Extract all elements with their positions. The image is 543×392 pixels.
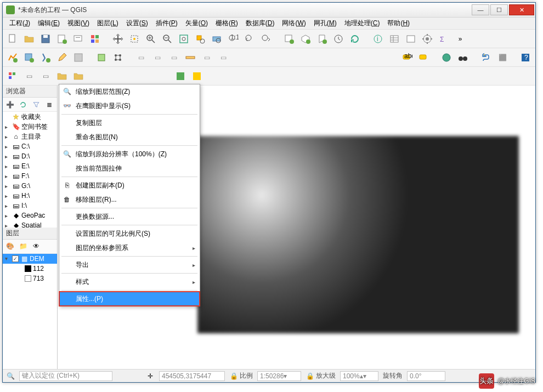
- style-manager-icon[interactable]: [88, 32, 101, 46]
- browser-item-favorites[interactable]: 收藏夹: [3, 112, 57, 122]
- statistics-icon[interactable]: Σ: [437, 32, 450, 46]
- temporal-controller-icon[interactable]: [332, 32, 345, 46]
- layers-tree[interactable]: ▾✓▦DEM 112 713: [3, 254, 57, 370]
- tb-icon-yellow[interactable]: [190, 70, 203, 83]
- select-features-icon[interactable]: ▭: [134, 51, 148, 64]
- measure-area-icon[interactable]: ▭: [200, 51, 213, 64]
- new-3d-view-icon[interactable]: [299, 32, 312, 46]
- locator-input[interactable]: 键入以定位 (Ctrl+K): [19, 371, 112, 381]
- ctx-duplicate-layer[interactable]: ⎘创建图层副本(D): [59, 178, 200, 192]
- menu-plugins[interactable]: 插件(P): [152, 18, 181, 29]
- pan-icon[interactable]: [111, 32, 125, 46]
- scale-input[interactable]: 1:50286 ▾: [257, 371, 301, 381]
- layout-manager-icon[interactable]: [72, 32, 85, 46]
- vertex-tool-icon[interactable]: [111, 51, 125, 64]
- ctx-copy-layer[interactable]: 复制图层: [59, 116, 200, 130]
- open-project-icon[interactable]: [22, 32, 36, 46]
- browser-item-drive-e[interactable]: ▸🖴E:\: [3, 161, 57, 171]
- menu-settings[interactable]: 设置(S): [123, 18, 151, 29]
- new-print-layout-icon[interactable]: [55, 32, 69, 46]
- menu-help[interactable]: 帮助(H): [384, 18, 413, 29]
- browser-item-drive-h[interactable]: ▸🖴H:\: [3, 191, 57, 201]
- measure-angle-icon[interactable]: ▭: [217, 51, 230, 64]
- help-icon[interactable]: ?: [519, 51, 532, 64]
- menu-processing[interactable]: 地理处理(C): [341, 18, 383, 29]
- new-shapefile-icon[interactable]: [39, 51, 52, 64]
- new-map-view-icon[interactable]: [282, 32, 296, 46]
- magnifier-input[interactable]: 100% ▴▾: [340, 371, 378, 381]
- zoom-last-icon[interactable]: [243, 32, 256, 46]
- toolbox-icon[interactable]: [421, 32, 434, 46]
- menu-project[interactable]: 工程(J): [6, 18, 33, 29]
- add-vector-icon[interactable]: [6, 51, 19, 64]
- manage-visibility-icon[interactable]: 👁: [31, 241, 41, 251]
- browser-item-geopackage[interactable]: ▸◆GeoPac: [3, 211, 57, 220]
- open-attribute-table-icon[interactable]: [388, 32, 401, 46]
- collapse-all-icon[interactable]: ≣: [44, 100, 54, 110]
- refresh-icon[interactable]: [348, 32, 361, 46]
- tb-icon-3[interactable]: ▭: [39, 70, 52, 83]
- zoom-layer-icon[interactable]: [210, 32, 223, 46]
- zoom-full-icon[interactable]: [177, 32, 190, 46]
- zoom-out-icon[interactable]: [161, 32, 174, 46]
- tb-icon-5[interactable]: [72, 70, 85, 83]
- ctx-rename-layer[interactable]: 重命名图层(N): [59, 130, 200, 144]
- menu-layer[interactable]: 图层(L): [94, 18, 122, 29]
- python-console-icon[interactable]: [479, 51, 493, 64]
- metasearch-icon[interactable]: [440, 51, 453, 64]
- browser-item-home[interactable]: ▸⌂主目录: [3, 132, 57, 141]
- browser-item-drive-c[interactable]: ▸🖴C:\: [3, 141, 57, 151]
- menu-vector[interactable]: 矢量(O): [182, 18, 211, 29]
- field-calculator-icon[interactable]: [404, 32, 417, 46]
- menu-raster[interactable]: 栅格(R): [212, 18, 241, 29]
- binoculars-icon[interactable]: [456, 51, 470, 64]
- tb-icon-4[interactable]: [55, 70, 69, 83]
- ctx-zoom-to-layer[interactable]: 🔍缩放到图层范围(Z): [59, 84, 200, 99]
- browser-item-drive-g[interactable]: ▸🖴G:\: [3, 181, 57, 191]
- zoom-next-icon[interactable]: [259, 32, 273, 46]
- more-icon[interactable]: »: [454, 32, 467, 46]
- deselect-icon[interactable]: ▭: [151, 51, 164, 64]
- minimize-button[interactable]: —: [472, 4, 489, 15]
- diagram-icon[interactable]: [417, 51, 430, 64]
- ctx-export[interactable]: 导出: [59, 258, 200, 272]
- browser-item-bookmarks[interactable]: ▸🔖空间书签: [3, 122, 57, 132]
- lock-icon[interactable]: 🔒: [306, 372, 314, 380]
- toggle-editing-icon[interactable]: [55, 51, 69, 64]
- ctx-stretch-extent[interactable]: 按当前范围拉伸: [59, 161, 200, 175]
- browser-item-spatialite[interactable]: ▸◆Spatial: [3, 220, 57, 228]
- coordinates-display[interactable]: 454505,3175447: [159, 371, 225, 381]
- rotation-input[interactable]: 0.0°: [407, 371, 445, 381]
- zoom-selection-icon[interactable]: [194, 32, 207, 46]
- add-layer-icon[interactable]: ➕: [5, 100, 15, 110]
- zoom-in-icon[interactable]: [144, 32, 157, 46]
- locator-icon[interactable]: 🔍: [6, 372, 15, 380]
- ctx-properties[interactable]: 属性...(P): [59, 292, 200, 306]
- menu-web[interactable]: 网络(W): [279, 18, 309, 29]
- add-feature-icon[interactable]: [95, 51, 108, 64]
- zoom-native-icon[interactable]: 1:1: [227, 32, 240, 46]
- ctx-layer-crs[interactable]: 图层的坐标参照系: [59, 241, 200, 255]
- refresh-browser-icon[interactable]: [18, 100, 28, 110]
- menu-edit[interactable]: 编辑(E): [35, 18, 63, 29]
- data-source-manager-icon[interactable]: [6, 70, 19, 83]
- ctx-styles[interactable]: 样式: [59, 275, 200, 289]
- save-edits-icon[interactable]: [72, 51, 85, 64]
- add-group-icon[interactable]: 📁: [18, 241, 28, 251]
- label-toolbar-icon[interactable]: abc: [400, 51, 414, 64]
- menu-view[interactable]: 视图(V): [64, 18, 93, 29]
- ctx-show-in-overview[interactable]: 👓在鹰眼图中显示(S): [59, 99, 200, 113]
- maximize-button[interactable]: ☐: [490, 4, 508, 15]
- add-raster-icon[interactable]: [22, 51, 36, 64]
- layer-dem[interactable]: ▾✓▦DEM: [3, 254, 57, 264]
- new-project-icon[interactable]: [6, 32, 19, 46]
- close-button[interactable]: ✕: [509, 4, 534, 15]
- identify-icon[interactable]: i: [371, 32, 384, 46]
- measure-line-icon[interactable]: [184, 51, 197, 64]
- browser-item-drive-d[interactable]: ▸🖴D:\: [3, 151, 57, 161]
- ctx-remove-layer[interactable]: 🗑移除图层(R)...: [59, 192, 200, 207]
- ctx-set-scale-visibility[interactable]: 设置图层的可见比例尺(S): [59, 226, 200, 241]
- new-bookmark-icon[interactable]: [315, 32, 329, 46]
- select-by-expression-icon[interactable]: ▭: [167, 51, 180, 64]
- browser-item-drive-i[interactable]: ▸🖴I:\: [3, 201, 57, 211]
